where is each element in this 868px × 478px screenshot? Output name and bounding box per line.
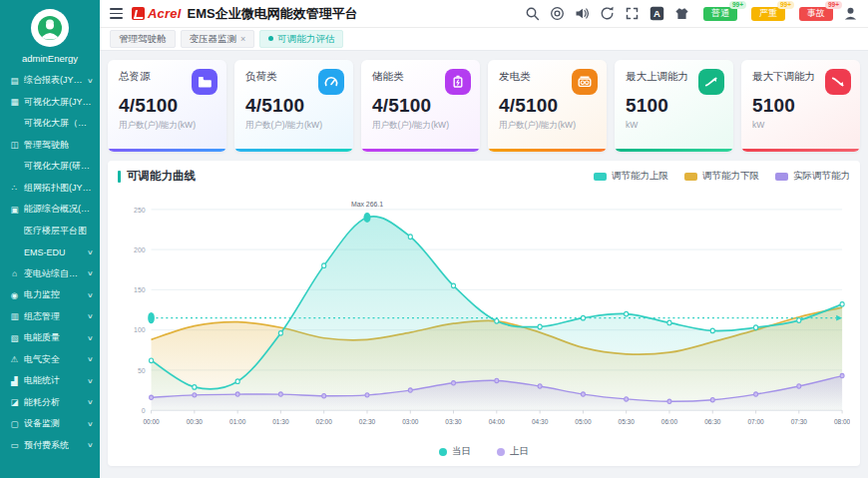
sidebar-item-label: 组态管理 <box>24 310 60 323</box>
svg-text:04:30: 04:30 <box>532 418 548 425</box>
tab-close-icon[interactable]: × <box>240 34 245 45</box>
stat-card-accent-bar <box>361 149 480 152</box>
svg-text:02:30: 02:30 <box>359 418 375 425</box>
sidebar-item-label: 能耗分析 <box>24 396 60 409</box>
legend-item-1[interactable]: 调节能力上限 <box>594 170 668 183</box>
sidebar-item-3[interactable]: 可视化大屏（新版） <box>0 113 100 135</box>
sidebar-item-label: EMS-EDU <box>24 247 66 257</box>
chart-legend-bottom: 当日上日 <box>118 443 850 462</box>
substation-icon: ⌂ <box>9 268 20 278</box>
tab-3[interactable]: 可调能力评估 <box>259 30 343 47</box>
sidebar-menu: ▤综合报表(JY工厂)∨▦可视化大屏(JY工厂)可视化大屏（新版）◫管理驾驶舱可… <box>0 68 100 478</box>
sidebar-item-15[interactable]: ▟电能统计∨ <box>0 370 100 392</box>
content: 总资源4/5100用户数(户)/能力(kW)负荷类4/5100用户数(户)/能力… <box>100 51 868 478</box>
alarm-badge-count: 99+ <box>729 1 746 10</box>
skin-icon[interactable] <box>674 6 689 21</box>
search-icon[interactable] <box>525 6 540 21</box>
stat-card-unit: 用户数(户)/能力(kW) <box>119 120 216 132</box>
stat-card-value: 4/5100 <box>119 95 216 117</box>
prepaid-icon: ▭ <box>9 440 20 450</box>
svg-text:03:30: 03:30 <box>445 418 461 425</box>
sidebar-item-10[interactable]: ⌂变电站综自系统∨ <box>0 263 100 285</box>
sidebar-item-label: 组网拓扑图(JY工厂) <box>24 182 93 195</box>
stat-card-value: 5100 <box>626 95 722 117</box>
menu-toggle-icon[interactable] <box>110 8 123 19</box>
legend-bottom-item-1[interactable]: 当日 <box>439 445 471 458</box>
sidebar-item-6[interactable]: ∴组网拓扑图(JY工厂) <box>0 178 100 200</box>
stat-card-unit: kW <box>752 120 849 130</box>
chevron-down-icon: ∨ <box>87 441 94 449</box>
sidebar-item-13[interactable]: ▧电能质量∨ <box>0 327 100 349</box>
sidebar-item-9[interactable]: EMS-EDU∨ <box>0 241 100 263</box>
svg-text:05:00: 05:00 <box>575 418 591 425</box>
legend-dot <box>439 448 447 456</box>
stat-card-unit: 用户数(户)/能力(kW) <box>372 120 469 132</box>
sidebar-item-label: 电能统计 <box>24 374 60 387</box>
page-title: EMS企业微电网能效管理平台 <box>188 5 358 23</box>
legend-swatch <box>684 173 697 181</box>
trend-down-icon <box>825 69 851 95</box>
stat-card-2: 负荷类4/5100用户数(户)/能力(kW) <box>234 60 353 152</box>
avatar[interactable] <box>31 9 69 47</box>
svg-text:100: 100 <box>134 325 146 334</box>
sidebar: adminEnergy ▤综合报表(JY工厂)∨▦可视化大屏(JY工厂)可视化大… <box>0 0 100 478</box>
alarm-badge-2[interactable]: 严重99+ <box>751 7 785 21</box>
user-icon[interactable] <box>843 6 858 21</box>
chevron-down-icon: ∨ <box>87 398 94 406</box>
legend-label: 调节能力上限 <box>612 170 668 183</box>
sidebar-item-7[interactable]: ▣能源综合概况(JY工厂) <box>0 199 100 221</box>
stat-card-1: 总资源4/5100用户数(户)/能力(kW) <box>108 60 226 152</box>
sidebar-item-4[interactable]: ◫管理驾驶舱 <box>0 135 100 157</box>
svg-text:04:00: 04:00 <box>489 418 505 425</box>
svg-text:00:30: 00:30 <box>187 418 203 425</box>
title-accent-bar <box>118 171 121 183</box>
stat-card-value: 4/5100 <box>499 95 596 117</box>
fullscreen-icon[interactable] <box>625 6 640 21</box>
stat-card-4: 发电类4/5100用户数(户)/能力(kW) <box>488 60 607 152</box>
sidebar-item-2[interactable]: ▦可视化大屏(JY工厂) <box>0 92 100 114</box>
tab-label: 变压器监测 <box>190 33 237 44</box>
volume-icon[interactable] <box>575 6 590 21</box>
folder-icon <box>192 69 217 95</box>
sidebar-item-1[interactable]: ▤综合报表(JY工厂)∨ <box>0 70 100 92</box>
svg-text:05:30: 05:30 <box>619 418 635 425</box>
legend-label: 上日 <box>510 445 529 458</box>
sidebar-item-11[interactable]: ◉电力监控∨ <box>0 284 100 306</box>
alarm-badge-label: 普通 <box>711 8 729 18</box>
refresh-icon[interactable] <box>600 6 615 21</box>
legend-bottom-item-2[interactable]: 上日 <box>497 445 529 458</box>
legend-label: 调节能力下限 <box>702 170 759 183</box>
sidebar-item-8[interactable]: 医疗楼层平台图 <box>0 221 100 242</box>
power-monitor-icon: ◉ <box>9 290 20 300</box>
acrel-logo-mark-icon <box>132 7 145 20</box>
sidebar-item-5[interactable]: 可视化大屏(研究院) <box>0 156 100 178</box>
electrical-safety-icon: ⚠ <box>9 354 20 364</box>
svg-text:A: A <box>653 8 660 19</box>
sidebar-item-14[interactable]: ⚠电气安全∨ <box>0 349 100 371</box>
language-icon[interactable]: A <box>650 6 664 21</box>
svg-text:00:00: 00:00 <box>143 418 159 425</box>
sidebar-item-16[interactable]: ◪能耗分析∨ <box>0 392 100 414</box>
sidebar-item-12[interactable]: ▥组态管理∨ <box>0 306 100 328</box>
engineer-avatar-icon <box>37 15 63 41</box>
sidebar-item-17[interactable]: ▢设备监测∨ <box>0 413 100 435</box>
stat-card-5: 最大上调能力5100kW <box>615 60 733 152</box>
alarm-badge-3[interactable]: 事故99+ <box>799 7 833 21</box>
chevron-down-icon: ∨ <box>87 377 94 385</box>
sidebar-item-18[interactable]: ▭预付费系统∨ <box>0 435 100 457</box>
legend-item-2[interactable]: 调节能力下限 <box>684 170 759 183</box>
tab-2[interactable]: 变压器监测× <box>181 30 255 47</box>
alarm-badge-1[interactable]: 普通99+ <box>703 7 737 21</box>
tab-1[interactable]: 管理驾驶舱 <box>110 30 176 47</box>
legend-item-3[interactable]: 实际调节能力 <box>775 170 850 183</box>
svg-text:150: 150 <box>134 285 146 294</box>
svg-text:250: 250 <box>134 205 146 214</box>
topbar: Acrel EMS企业微电网能效管理平台 A普通99+严重99+事故99+ <box>100 0 868 28</box>
battery-icon <box>445 69 471 95</box>
theme-circle-icon[interactable] <box>550 6 565 21</box>
legend-swatch <box>594 173 607 181</box>
chart-panel-header: 可调能力曲线 调节能力上限调节能力下限实际调节能力 <box>118 169 850 184</box>
stat-card-value: 4/5100 <box>372 95 469 117</box>
section-title-wrap: 可调能力曲线 <box>118 169 196 184</box>
alarm-badge-label: 事故 <box>807 8 825 18</box>
